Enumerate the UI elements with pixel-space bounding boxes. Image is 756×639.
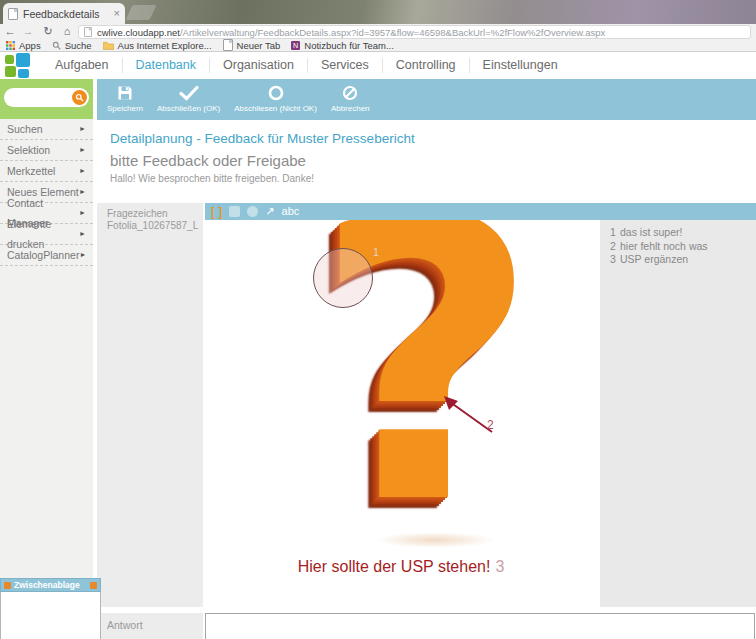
- media-label-line2: Fotolia_10267587_L: [107, 220, 199, 232]
- nav-item-einstellungen[interactable]: Einstellungen: [469, 58, 571, 73]
- annotation-list-panel: 1 das ist super! 2 hier fehlt noch was 3…: [600, 220, 756, 607]
- bookmark-suche[interactable]: Suche: [52, 40, 92, 51]
- nav-item-services[interactable]: Services: [307, 58, 382, 73]
- finish-not-ok-button[interactable]: Abschliesen (Nicht OK): [234, 84, 317, 113]
- media-label-column: Fragezeichen Fotolia_10267587_L: [97, 203, 203, 607]
- search-icon: [52, 41, 61, 50]
- search-input[interactable]: [11, 90, 73, 106]
- clipboard-header[interactable]: Zwischenablage: [0, 578, 101, 592]
- sidebar-item-catalogplanner[interactable]: CatalogPlanner ►: [0, 245, 93, 266]
- clipboard-panel: Zwischenablage: [0, 578, 101, 639]
- browser-toolbar: ← → ↻ ⌂ cwlive.cloudapp.net /Artikelverw…: [0, 24, 756, 39]
- reload-icon[interactable]: ↻: [40, 24, 56, 39]
- nav-item-organisation[interactable]: Organisation: [209, 58, 307, 73]
- text-tool-button[interactable]: abc: [282, 206, 300, 217]
- close-tab-icon[interactable]: ×: [114, 8, 120, 19]
- sidebar-item-suchen[interactable]: Suchen ►: [0, 119, 93, 140]
- app-logo-icon[interactable]: [5, 53, 37, 78]
- arrow-tool-icon[interactable]: ↗: [265, 206, 274, 217]
- cancel-icon: [342, 84, 358, 102]
- home-icon[interactable]: ⌂: [59, 24, 75, 39]
- svg-text:N: N: [293, 41, 298, 50]
- new-tab-button[interactable]: [126, 5, 157, 20]
- forward-icon[interactable]: →: [20, 24, 36, 39]
- bookmarks-bar: Apps Suche Aus Internet Explore... Neuer…: [0, 39, 756, 52]
- answer-label: Antwort: [97, 613, 203, 639]
- nav-item-controlling[interactable]: Controlling: [382, 58, 469, 73]
- url-path: /Artikelverwaltung/FeedbackDetails.aspx?…: [180, 27, 605, 38]
- sidebar-search-panel: [0, 79, 93, 119]
- feedback-image[interactable]: ? 1 2 Hier sollte der USP stehen!3: [205, 220, 597, 607]
- search-icon: [75, 93, 84, 102]
- chevron-right-icon: ►: [79, 182, 86, 202]
- clipboard-title: Zwischenablage: [14, 580, 80, 590]
- sidebar-item-selektion[interactable]: Selektion ►: [0, 140, 93, 161]
- bookmark-neuer-tab[interactable]: Neuer Tab: [223, 39, 281, 51]
- notebook-icon: N: [291, 41, 300, 50]
- search-pill: [4, 88, 89, 107]
- annotation-list-item[interactable]: 3 USP ergänzen: [610, 253, 756, 267]
- chevron-right-icon: ►: [79, 161, 86, 181]
- annotation-list-item[interactable]: 2 hier fehlt noch was: [610, 240, 756, 254]
- nav-item-datenbank[interactable]: Datenbank: [122, 58, 209, 73]
- chevron-right-icon: ►: [79, 140, 86, 160]
- bookmark-notizbuch[interactable]: N Notizbuch für Team...: [291, 40, 394, 51]
- url-page-icon: [84, 27, 92, 37]
- sidebar-item-merkzettel[interactable]: Merkzettel ►: [0, 161, 93, 182]
- media-annotation-toolbar: [ ] ↗ abc: [205, 203, 756, 220]
- finish-ok-button[interactable]: Abschließen (OK): [157, 84, 220, 113]
- browser-tab[interactable]: Feedbackdetails ×: [3, 3, 125, 24]
- favicon-page-icon: [8, 8, 18, 20]
- browser-tab-strip: Feedbackdetails ×: [0, 0, 756, 24]
- chevron-right-icon: ►: [79, 245, 86, 265]
- page-icon: [223, 39, 233, 51]
- apps-grid-icon: [6, 41, 15, 50]
- sidebar-item-elemente-drucken[interactable]: Elemente drucken ►: [0, 224, 93, 245]
- annotation-marker-3: 3: [495, 558, 504, 575]
- address-bar[interactable]: cwlive.cloudapp.net /Artikelverwaltung/F…: [78, 25, 751, 39]
- crop-brackets-icon[interactable]: [ ]: [211, 206, 222, 218]
- clipboard-body[interactable]: [0, 592, 101, 639]
- feedback-subtitle: bitte Feedback oder Freigabe: [110, 152, 306, 169]
- back-icon[interactable]: ←: [2, 24, 18, 39]
- image-caption: Hier sollte der USP stehen!3: [205, 558, 597, 576]
- chevron-right-icon: ►: [79, 224, 86, 244]
- bookmark-folder[interactable]: Aus Internet Explore...: [103, 40, 212, 51]
- annotation-circle-marker[interactable]: [313, 248, 373, 308]
- circle-tool-icon[interactable]: [247, 206, 258, 217]
- main-navigation: Aufgaben Datenbank Organisation Services…: [42, 52, 571, 79]
- app-header: Aufgaben Datenbank Organisation Services…: [0, 52, 756, 79]
- main-content: Detailplanung - Feedback für Muster Pres…: [97, 120, 756, 639]
- page-title: Detailplanung - Feedback für Muster Pres…: [110, 131, 415, 146]
- search-button[interactable]: [72, 90, 87, 105]
- url-domain: cwlive.cloudapp.net: [97, 27, 180, 38]
- feedback-message: Hallo! Wie besprochen bitte freigeben. D…: [110, 173, 314, 184]
- tab-title: Feedbackdetails: [23, 8, 111, 20]
- action-toolbar: Speichern Abschließen (OK) Abschliesen (…: [97, 79, 756, 120]
- cancel-button[interactable]: Abbrechen: [331, 84, 370, 113]
- rectangle-tool-icon[interactable]: [229, 206, 240, 217]
- annotation-list-item[interactable]: 1 das ist super!: [610, 226, 756, 240]
- folder-icon: [103, 41, 114, 50]
- chevron-right-icon: ►: [79, 203, 86, 223]
- check-icon: [179, 84, 199, 102]
- clipboard-icon: [4, 582, 11, 589]
- sidebar: Suchen ► Selektion ► Merkzettel ► Neues …: [0, 119, 93, 639]
- save-button[interactable]: Speichern: [107, 84, 143, 113]
- save-icon: [117, 84, 133, 102]
- nav-item-aufgaben[interactable]: Aufgaben: [42, 58, 122, 73]
- media-label-line1: Fragezeichen: [107, 208, 199, 220]
- circle-icon: [268, 84, 284, 102]
- annotation-marker-2: 2: [487, 418, 494, 432]
- chevron-right-icon: ►: [79, 119, 86, 139]
- answer-input[interactable]: [205, 613, 755, 639]
- browser-window: Feedbackdetails × ← → ↻ ⌂ cwlive.cloudap…: [0, 0, 756, 639]
- bookmark-apps[interactable]: Apps: [6, 40, 41, 51]
- reflection-shadow: [375, 532, 495, 548]
- annotation-marker-1: 1: [373, 246, 379, 258]
- clipboard-options-icon[interactable]: [90, 582, 97, 589]
